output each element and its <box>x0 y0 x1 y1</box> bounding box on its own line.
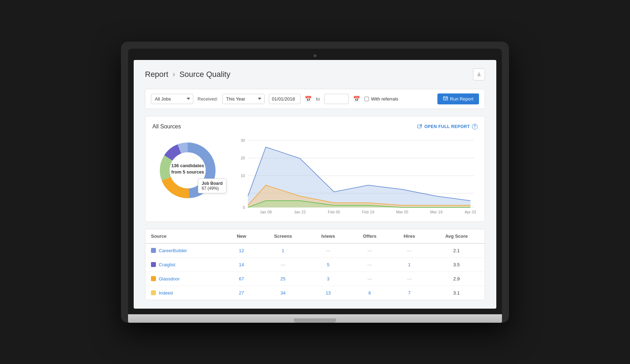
donut-candidates-line1: 136 candidates <box>171 163 204 169</box>
date-to-input[interactable] <box>324 94 349 104</box>
table-row: Glassdoor67253——2.9 <box>145 272 485 286</box>
table-cell: — <box>390 243 429 258</box>
table-row: CareerBuilder121———2.1 <box>145 243 485 258</box>
svg-text:10: 10 <box>241 174 245 178</box>
tooltip-value: 67 (49%) <box>202 186 223 191</box>
laptop-camera <box>314 54 316 57</box>
svg-text:Feb 05: Feb 05 <box>328 210 340 214</box>
open-full-report-label: OPEN FULL REPORT <box>424 124 470 129</box>
table-cell[interactable]: 27 <box>224 286 259 300</box>
with-referrals-label[interactable]: With referrals <box>364 96 398 102</box>
table-cell: — <box>349 243 390 258</box>
run-report-button[interactable]: Run Report <box>437 93 479 104</box>
year-select-wrapper: This Year <box>222 94 265 104</box>
date-from-input[interactable] <box>269 94 301 104</box>
svg-text:Mar 05: Mar 05 <box>396 210 408 214</box>
date-to-label: to <box>316 96 320 102</box>
table-cell[interactable]: 25 <box>259 272 308 286</box>
download-icon <box>476 72 482 77</box>
table-cell[interactable]: 7 <box>390 286 429 300</box>
line-chart-svg: 30 20 10 0 <box>234 137 478 214</box>
donut-tooltip: Job Board 67 (49%) <box>198 178 226 193</box>
source-cell: CareerBuilder <box>145 243 224 258</box>
table-row: Craiglist14—5—13.5 <box>145 257 485 272</box>
table-cell[interactable]: 1 <box>390 257 429 272</box>
table-cell: 3.5 <box>428 257 485 272</box>
breadcrumb-section: Source Quality <box>180 70 230 79</box>
donut-candidates-line2: from 5 sources <box>171 169 204 175</box>
svg-text:0: 0 <box>243 205 245 210</box>
breadcrumb-report[interactable]: Report <box>145 70 168 79</box>
download-button[interactable] <box>473 68 485 80</box>
source-cell: Craiglist <box>145 257 224 272</box>
donut-chart-container: 136 candidates from 5 sources Job Board … <box>152 137 223 204</box>
table-cell: — <box>307 243 349 258</box>
table-body: CareerBuilder121———2.1Craiglist14—5—13.5… <box>145 243 485 300</box>
col-screens: Screens <box>259 229 308 243</box>
table-cell[interactable]: 6 <box>349 286 390 300</box>
run-report-icon <box>443 96 448 101</box>
sources-table: Source New Screens Iviews Offers Hires A… <box>145 229 485 300</box>
col-new: New <box>224 229 259 243</box>
svg-text:30: 30 <box>241 138 245 142</box>
calendar-to-icon[interactable]: 📅 <box>353 96 360 102</box>
svg-text:Mar 19: Mar 19 <box>430 210 443 214</box>
page-title: Report › Source Quality <box>145 70 230 79</box>
table-cell[interactable]: 14 <box>224 257 259 272</box>
laptop-screen: Report › Source Quality All Jobs <box>134 60 496 309</box>
svg-text:Jan 08: Jan 08 <box>260 210 272 214</box>
open-report-icon <box>417 124 422 129</box>
year-filter-select[interactable]: This Year <box>222 94 265 104</box>
filters-bar: All Jobs Received: This Year 📅 to 📅 <box>145 89 485 109</box>
app-container: Report › Source Quality All Jobs <box>134 60 496 309</box>
tooltip-label: Job Board <box>202 181 223 186</box>
section-title: All Sources <box>152 123 181 130</box>
table-row: Indeed273413673.1 <box>145 286 485 300</box>
run-report-label: Run Report <box>450 96 473 102</box>
table-cell: — <box>390 272 429 286</box>
with-referrals-checkbox[interactable] <box>364 97 369 101</box>
laptop-base <box>128 314 502 323</box>
table-cell[interactable]: 34 <box>259 286 308 300</box>
help-icon[interactable]: ? <box>472 124 478 129</box>
col-source: Source <box>145 229 224 243</box>
col-avg-score: Avg Score <box>428 229 485 243</box>
table-cell[interactable]: 67 <box>224 272 259 286</box>
source-cell: Indeed <box>145 286 224 300</box>
table-cell: — <box>349 272 390 286</box>
col-iviews: Iviews <box>307 229 349 243</box>
source-cell: Glassdoor <box>145 272 224 286</box>
col-hires: Hires <box>390 229 429 243</box>
table-cell: — <box>259 257 308 272</box>
svg-text:Jan 22: Jan 22 <box>294 210 306 214</box>
breadcrumb-separator: › <box>172 70 177 79</box>
open-full-report-link[interactable]: OPEN FULL REPORT ? <box>417 124 478 129</box>
svg-text:Apr 02: Apr 02 <box>465 210 476 214</box>
received-label: Received: <box>198 96 218 102</box>
chart-area: 136 candidates from 5 sources Job Board … <box>152 137 478 214</box>
svg-text:Feb 19: Feb 19 <box>362 210 374 214</box>
line-chart-container: 30 20 10 0 <box>234 137 478 214</box>
table-cell: 3.1 <box>428 286 485 300</box>
table-header: Source New Screens Iviews Offers Hires A… <box>145 229 485 243</box>
sources-table-section: Source New Screens Iviews Offers Hires A… <box>145 229 485 300</box>
table-cell[interactable]: 1 <box>259 243 308 258</box>
table-cell[interactable]: 5 <box>307 257 349 272</box>
section-header: All Sources OPEN FULL REPORT ? <box>152 123 478 130</box>
table-cell: — <box>349 257 390 272</box>
donut-center-text: 136 candidates from 5 sources <box>171 163 204 175</box>
svg-rect-1 <box>418 125 421 128</box>
table-cell: 2.9 <box>428 272 485 286</box>
all-sources-section: All Sources OPEN FULL REPORT ? <box>145 116 485 222</box>
calendar-from-icon[interactable]: 📅 <box>305 96 312 102</box>
page-header: Report › Source Quality <box>145 68 485 80</box>
table-cell[interactable]: 3 <box>307 272 349 286</box>
col-offers: Offers <box>349 229 390 243</box>
table-cell[interactable]: 12 <box>224 243 259 258</box>
table-cell: 2.1 <box>428 243 485 258</box>
svg-text:20: 20 <box>241 156 245 160</box>
table-cell[interactable]: 13 <box>307 286 349 300</box>
jobs-filter-select[interactable]: All Jobs <box>151 94 193 104</box>
